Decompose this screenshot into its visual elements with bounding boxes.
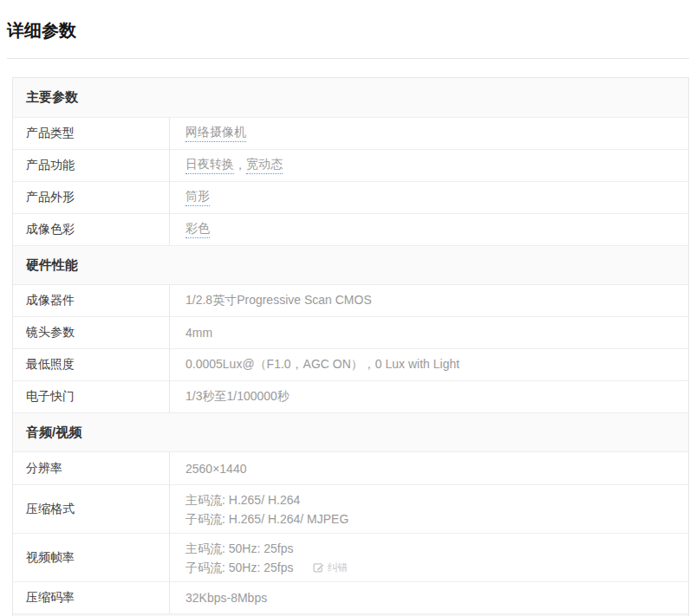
section-header-main: 主要参数 xyxy=(13,78,688,117)
table-row-shutter: 电子快门 1/3秒至1/100000秒 xyxy=(13,380,688,412)
value-link-wdr[interactable]: 宽动态 xyxy=(246,157,283,174)
row-value: 32Kbps-8Mbps xyxy=(170,582,688,613)
row-value: 1/3秒至1/100000秒 xyxy=(170,381,688,412)
value-link-bullet-shape[interactable]: 筒形 xyxy=(185,189,210,206)
row-value: 彩色 xyxy=(170,214,688,245)
row-value: 主码流: 50Hz: 25fps 子码流: 50Hz: 25fps 纠错 xyxy=(170,534,688,581)
spec-table: 主要参数 产品类型 网络摄像机 产品功能 日夜转换 ， 宽动态 产品外形 筒形 … xyxy=(12,77,689,616)
table-row-image-color: 成像色彩 彩色 xyxy=(13,213,688,245)
table-row-product-function: 产品功能 日夜转换 ， 宽动态 xyxy=(13,149,688,181)
value-text: 32Kbps-8Mbps xyxy=(185,591,267,605)
value-text: 1/3秒至1/100000秒 xyxy=(185,389,289,405)
row-value: 日夜转换 ， 宽动态 xyxy=(170,150,688,181)
row-label: 分辨率 xyxy=(13,452,170,484)
table-row-product-shape: 产品外形 筒形 xyxy=(13,181,688,213)
row-value: 0.0005Lux@（F1.0，AGC ON），0 Lux with Light xyxy=(170,349,688,380)
row-value: 1/2.8英寸Progressive Scan CMOS xyxy=(170,285,688,316)
table-row-resolution: 分辨率 2560×1440 xyxy=(13,451,688,484)
row-label: 视频帧率 xyxy=(13,534,170,581)
table-row-bitrate: 压缩码率 32Kbps-8Mbps xyxy=(13,581,688,613)
value-line-sub-stream: 子码流: 50Hz: 25fps 纠错 xyxy=(185,558,348,577)
row-label: 压缩格式 xyxy=(13,485,170,533)
row-label: 产品类型 xyxy=(13,118,170,149)
value-text: 子码流: 50Hz: 25fps xyxy=(185,558,294,577)
row-value: 网络摄像机 xyxy=(170,118,688,149)
row-label: 电子快门 xyxy=(13,381,170,412)
correction-label: 纠错 xyxy=(328,558,348,577)
title-divider xyxy=(7,58,689,59)
value-link-day-night[interactable]: 日夜转换 xyxy=(185,157,234,174)
value-line-sub-stream: 子码流: H.265/ H.264/ MJPEG xyxy=(185,509,348,528)
table-row-lens: 镜头参数 4mm xyxy=(13,316,688,348)
value-text: 2560×1440 xyxy=(185,462,246,476)
section-header-hardware: 硬件性能 xyxy=(13,245,688,284)
page-title: 详细参数 xyxy=(7,19,689,42)
row-label: 压缩码率 xyxy=(13,582,170,613)
row-label: 最低照度 xyxy=(13,349,170,380)
value-link-color[interactable]: 彩色 xyxy=(185,221,210,238)
row-label: 产品外形 xyxy=(13,182,170,213)
value-link-product-type[interactable]: 网络摄像机 xyxy=(185,125,246,142)
link-separator: ， xyxy=(234,158,246,173)
value-text: 1/2.8英寸Progressive Scan CMOS xyxy=(185,293,372,308)
row-label: 成像色彩 xyxy=(13,214,170,245)
row-value: 4mm xyxy=(170,317,688,348)
row-value: 筒形 xyxy=(170,182,688,213)
correction-link[interactable]: 纠错 xyxy=(313,558,348,577)
value-line-main-stream: 主码流: 50Hz: 25fps xyxy=(185,539,294,558)
value-text: 0.0005Lux@（F1.0，AGC ON），0 Lux with Light xyxy=(185,357,459,373)
row-label: 产品功能 xyxy=(13,150,170,181)
section-header-audio-video: 音频/视频 xyxy=(13,412,688,451)
table-row-sensor: 成像器件 1/2.8英寸Progressive Scan CMOS xyxy=(13,284,688,316)
table-row-min-illumination: 最低照度 0.0005Lux@（F1.0，AGC ON），0 Lux with … xyxy=(13,348,688,380)
row-value: 2560×1440 xyxy=(170,452,688,484)
value-line-main-stream: 主码流: H.265/ H.264 xyxy=(185,490,300,509)
row-label: 成像器件 xyxy=(13,285,170,316)
edit-icon xyxy=(313,561,328,573)
row-label: 镜头参数 xyxy=(13,317,170,348)
table-row-frame-rate: 视频帧率 主码流: 50Hz: 25fps 子码流: 50Hz: 25fps 纠… xyxy=(13,533,688,581)
row-value: 主码流: H.265/ H.264 子码流: H.265/ H.264/ MJP… xyxy=(170,485,688,533)
value-text: 4mm xyxy=(185,326,212,340)
table-row-product-type: 产品类型 网络摄像机 xyxy=(13,117,688,149)
table-row-compression-format: 压缩格式 主码流: H.265/ H.264 子码流: H.265/ H.264… xyxy=(13,484,688,533)
